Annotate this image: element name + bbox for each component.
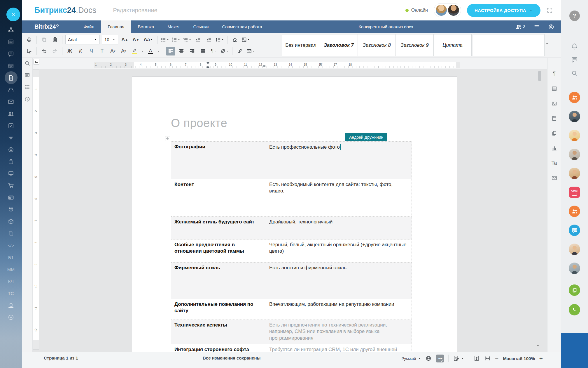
sidebar-item-calendar[interactable] <box>0 62 22 69</box>
underline-button[interactable]: Ч <box>87 47 96 55</box>
tab-file[interactable]: Файл <box>77 20 101 33</box>
document-title[interactable]: О проекте <box>171 117 227 130</box>
sidebar-item-shop[interactable] <box>0 182 22 189</box>
rail-contact-user-1[interactable] <box>569 111 580 122</box>
language-select[interactable]: Русский <box>402 356 421 361</box>
print-button[interactable] <box>25 35 34 44</box>
panel-about[interactable] <box>23 96 31 103</box>
document-language-button[interactable] <box>425 355 432 362</box>
collaborator-avatars[interactable] <box>434 3 461 17</box>
copy-button[interactable] <box>40 35 48 44</box>
table-cell-value[interactable]: Есть логотип и фирменный стиль <box>266 263 412 299</box>
bullet-list-button[interactable] <box>160 35 169 44</box>
italic-button[interactable]: К <box>76 47 85 55</box>
avatar[interactable] <box>436 5 447 16</box>
tab-insert[interactable]: Вставка <box>131 20 161 33</box>
style-empty-slot[interactable] <box>473 34 545 56</box>
help-button[interactable]: ? <box>569 11 580 21</box>
left-indent-marker[interactable] <box>206 66 209 68</box>
panel-comments[interactable] <box>23 72 31 79</box>
sidebar-item-messenger[interactable] <box>0 50 22 57</box>
subscript-button[interactable]: A2 <box>119 47 128 55</box>
sidebar-item-company[interactable] <box>0 302 22 309</box>
rail-contact-user-6[interactable] <box>569 263 580 274</box>
zoom-out-button[interactable]: − <box>495 355 498 362</box>
table-cell-value[interactable]: Впечатляющим, работающим на репутацию ко… <box>266 299 412 320</box>
panel-table-settings[interactable] <box>550 85 558 92</box>
rail-contact-employees-group[interactable] <box>569 92 580 103</box>
rail-action-new-document[interactable] <box>569 284 580 296</box>
paste-button[interactable] <box>50 35 59 44</box>
borders-button[interactable] <box>220 47 229 55</box>
sidebar-item-ts[interactable]: ТС <box>0 290 22 297</box>
sidebar-item-team[interactable] <box>0 110 22 117</box>
tab-stop-selector[interactable] <box>34 59 39 65</box>
increase-indent-button[interactable] <box>204 35 213 44</box>
style-no-spacing[interactable]: Без интервал <box>282 34 320 56</box>
sidebar-item-network[interactable] <box>0 26 22 33</box>
rail-chats[interactable] <box>571 56 578 63</box>
zoom-in-button[interactable]: + <box>539 355 543 362</box>
table-cell-label[interactable]: Фотографии <box>171 142 266 179</box>
table-cell-label[interactable]: Особые предпочтения в отношении цветовой… <box>171 239 266 262</box>
font-color-button[interactable]: A <box>146 47 155 55</box>
fit-page-button[interactable] <box>473 355 480 362</box>
superscript-button[interactable]: A2 <box>108 47 117 55</box>
shading-button[interactable] <box>241 35 250 44</box>
decrease-indent-button[interactable] <box>194 35 202 44</box>
tab-home[interactable]: Главная <box>101 20 131 33</box>
align-right-button[interactable] <box>188 47 197 55</box>
hamburger-menu-button[interactable] <box>533 24 540 30</box>
panel-navigation[interactable] <box>23 84 31 91</box>
scroll-down-button[interactable] <box>536 344 540 348</box>
document-page[interactable]: О проекте Андрей Дружинин Фотографии Ест… <box>132 77 457 352</box>
document-scrollbar[interactable] <box>538 71 541 345</box>
table-cell-value[interactable]: Черный, белый, акцентный оранжевый (+дру… <box>266 239 412 262</box>
sidebar-item-developer[interactable]: </> <box>0 242 22 249</box>
tab-layout[interactable]: Макет <box>161 20 186 33</box>
panel-chart-settings[interactable] <box>550 145 558 152</box>
panel-textart-settings[interactable]: Ta <box>550 159 558 166</box>
spellcheck-button[interactable]: АБВ <box>436 355 444 362</box>
rail-contact-user-2[interactable] <box>569 130 580 141</box>
panel-header-footer-settings[interactable] <box>550 115 558 122</box>
styles-gallery-expand[interactable] <box>545 42 549 46</box>
chevron-down-icon[interactable] <box>157 50 160 53</box>
table-cell-label[interactable]: Фирменный стиль <box>171 263 266 299</box>
panel-paragraph-settings[interactable]: ¶ <box>550 70 558 77</box>
clear-formatting-button[interactable] <box>230 35 239 44</box>
table-cell-label[interactable]: Дополнительные пожелания по сайту <box>171 299 266 320</box>
line-spacing-button[interactable] <box>215 35 224 44</box>
sidebar-item-drive[interactable] <box>0 86 22 93</box>
rail-action-call[interactable] <box>569 304 580 315</box>
style-heading-7[interactable]: Заголовок 7 <box>320 34 358 56</box>
editing-mode-button[interactable] <box>453 355 464 362</box>
sidebar-item-copilot[interactable] <box>0 206 22 213</box>
sidebar-item-contacts[interactable] <box>0 194 22 201</box>
copy-style-document-button[interactable] <box>25 47 34 55</box>
bold-button[interactable]: Ж <box>65 47 74 55</box>
table-column-marker[interactable] <box>263 65 265 67</box>
panel-mail-merge[interactable] <box>550 174 558 181</box>
style-heading-8[interactable]: Заголовок 8 <box>358 34 396 56</box>
rail-contact-employees-group-2[interactable] <box>569 206 580 217</box>
sidebar-item-workflows[interactable] <box>0 230 22 237</box>
undo-button[interactable] <box>40 47 48 55</box>
table-cell-value[interactable]: Требуется ли интеграция CRM, 1С или друг… <box>266 344 412 352</box>
nonprinting-chars-button[interactable]: ¶ <box>209 47 218 55</box>
align-left-button[interactable] <box>166 47 175 55</box>
right-indent-marker[interactable] <box>320 63 323 65</box>
table-cell-value[interactable]: Есть необходимый контента для сайта: тек… <box>266 179 412 216</box>
sidebar-item-kch[interactable]: КЧ <box>0 278 22 285</box>
fullscreen-button[interactable] <box>546 7 553 14</box>
tab-references[interactable]: Ссылки <box>187 20 216 33</box>
first-line-indent-marker[interactable] <box>206 62 209 64</box>
font-name-select[interactable]: Arial <box>65 35 100 44</box>
sidebar-item-marketing[interactable] <box>0 146 22 153</box>
access-settings-button[interactable]: НАСТРОЙКА ДОСТУПА <box>467 4 540 17</box>
panel-image-settings[interactable] <box>550 100 558 107</box>
rail-search[interactable] <box>571 70 578 77</box>
sidebar-item-sites[interactable] <box>0 170 22 177</box>
sidebar-item-b1[interactable]: Б1 <box>0 254 22 261</box>
table-cell-value[interactable]: Есть ли предпочтения по технической реал… <box>266 320 412 344</box>
